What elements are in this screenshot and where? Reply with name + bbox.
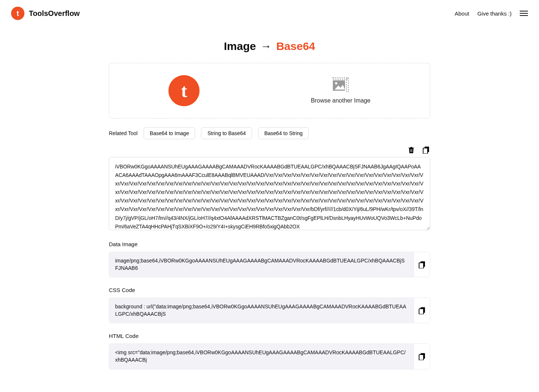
menu-icon[interactable]	[520, 9, 528, 17]
nav: About Give thanks :)	[455, 9, 528, 17]
image-placeholder-icon	[332, 77, 349, 92]
dropzone[interactable]: t Browse another Image	[109, 63, 430, 118]
css-code-row: background : url("data:image/png;base64,…	[109, 298, 430, 323]
svg-rect-14	[419, 355, 424, 360]
title-right: Base64	[276, 40, 315, 52]
data-image-row: image/png;base64,iVBORw0KGgoAAAANSUhEUgA…	[109, 252, 430, 277]
preview-image: t	[168, 75, 200, 106]
svg-rect-0	[333, 78, 348, 79]
base64-output[interactable]	[109, 157, 430, 230]
html-code-value[interactable]: <img src="data:image/png;base64,iVBORw0K…	[109, 344, 414, 369]
copy-data-image-icon[interactable]	[414, 252, 430, 277]
copy-html-code-icon[interactable]	[414, 344, 430, 369]
brand-logo-icon: t	[11, 7, 24, 20]
svg-rect-12	[419, 309, 424, 314]
svg-point-3	[335, 82, 337, 84]
copy-icon[interactable]	[422, 146, 430, 154]
title-left: Image	[224, 40, 256, 52]
related-label: Related Tool	[109, 130, 138, 136]
main-container: Image → Base64 t Browse another Image Re…	[105, 40, 434, 384]
brand-name: ToolsOverflow	[29, 9, 80, 18]
nav-about-link[interactable]: About	[455, 10, 469, 17]
chip-base64-to-string[interactable]: Base64 to String	[258, 127, 309, 139]
html-code-row: <img src="data:image/png;base64,iVBORw0K…	[109, 344, 430, 369]
svg-rect-1	[346, 78, 348, 92]
data-image-label: Data Image	[109, 241, 430, 247]
css-code-value[interactable]: background : url("data:image/png;base64,…	[109, 298, 414, 323]
nav-thanks-link[interactable]: Give thanks :)	[477, 10, 512, 17]
related-tools-row: Related Tool Base64 to Image String to B…	[109, 127, 430, 139]
preview-column: t	[168, 75, 200, 106]
svg-rect-6	[412, 149, 412, 152]
browse-label: Browse another Image	[311, 97, 371, 104]
svg-rect-10	[419, 263, 424, 268]
arrow-icon: →	[261, 40, 272, 52]
svg-rect-8	[423, 148, 428, 154]
svg-rect-5	[411, 149, 411, 152]
browse-column[interactable]: Browse another Image	[311, 77, 371, 104]
html-code-label: HTML Code	[109, 333, 430, 339]
css-code-label: CSS Code	[109, 287, 430, 293]
page-title: Image → Base64	[109, 40, 430, 53]
header: t ToolsOverflow About Give thanks :)	[0, 0, 539, 27]
data-image-value[interactable]: image/png;base64,iVBORw0KGgoAAAANSUhEUgA…	[109, 252, 414, 277]
brand[interactable]: t ToolsOverflow	[11, 7, 80, 20]
copy-css-code-icon[interactable]	[414, 298, 430, 323]
chip-base64-to-image[interactable]: Base64 to Image	[144, 127, 195, 139]
chip-string-to-base64[interactable]: String to Base64	[201, 127, 252, 139]
output-actions	[109, 146, 430, 154]
delete-icon[interactable]	[407, 146, 415, 154]
